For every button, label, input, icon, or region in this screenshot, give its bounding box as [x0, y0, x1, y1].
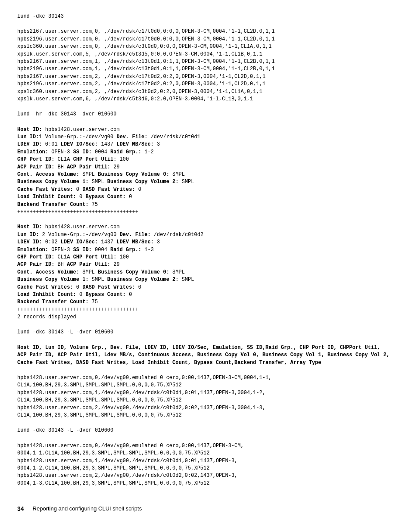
- load-inhibit-val-1: 0: [76, 194, 86, 200]
- chp-line-1: CHP Port ID: CL1A CHP Port Util: 100: [17, 156, 394, 163]
- biz-copy-line-2: Business Copy Volume 1: SMPL Business Co…: [17, 276, 394, 283]
- section-header-bold: Host ID, Lun ID, Volume Grp., Dev. File,…: [17, 344, 394, 367]
- cont-access-label-1: Cont. Access Volume:: [17, 171, 79, 177]
- ldev-id-label-1: LDEV ID:: [17, 141, 42, 147]
- biz-copy-line-1: Business Copy Volume 1: SMPL Business Co…: [17, 178, 394, 186]
- host-id-line-1: Host ID: hpbs1428.user.server.com: [17, 126, 394, 134]
- ldev-mb-val-2: 3: [154, 239, 160, 245]
- ldev-mb-val-1: 3: [154, 141, 160, 147]
- bypass-label-1: Bypass Count:: [85, 194, 126, 200]
- acp-util-val-1: 29: [110, 164, 120, 170]
- acp-line-2: ACP Pair ID: BH ACP Pair Util: 29: [17, 261, 394, 268]
- section-cmd4: lund -dkc 30143 -L -dver 010600: [17, 427, 394, 434]
- header-bold-text: Host ID, Lun ID, Volume Grp., Dev. File,…: [17, 345, 380, 351]
- ss-id-val-2: 0004: [92, 247, 110, 253]
- section-cmd3: lund -dkc 30143 -L -dver 010600: [17, 329, 394, 336]
- lun-id-line-2: Lun ID: 2 Volume-Grp.:-/dev/vg00 Dev. Fi…: [17, 231, 394, 239]
- footer-description: Reporting and configuring CLUI shell scr…: [33, 505, 142, 513]
- header-bold-text-3: Cache Fast Writes, DASD Fast Writes, Loa…: [17, 360, 321, 366]
- cont-access-val-2: SMPL: [79, 269, 98, 275]
- biz-copy-1-label-1: Business Copy Volume 1:: [17, 179, 89, 185]
- bypass-label-2: Bypass Count:: [85, 292, 126, 298]
- ss-id-val-1: 0004: [92, 149, 110, 155]
- dev-file-val-1: /dev/rdsk/c0t0d1: [147, 134, 200, 140]
- ldev-io-val-2: 1437: [98, 239, 116, 245]
- biz-copy-1-label-2: Business Copy Volume 1:: [17, 277, 89, 283]
- cont-access-line-1: Cont. Access Volume: SMPL Business Copy …: [17, 171, 394, 178]
- dev-file-val-2: /dev/rdsk/c0t0d2: [151, 232, 203, 238]
- cont-access-line-2: Cont. Access Volume: SMPL Business Copy …: [17, 269, 394, 276]
- acp-util-val-2: 29: [110, 261, 120, 268]
- cache-fast-line-2: Cache Fast Writes: 0 DASD Fast Writes: 0: [17, 284, 394, 291]
- ldev-io-label-2: LDEV IO/Sec:: [61, 239, 98, 245]
- chp-port-label-1: CHP Port ID:: [17, 156, 54, 162]
- dev-file-label-2: Dev. File:: [120, 232, 151, 238]
- header-bold-text-2: ACP Pair ID, ACP Pair Util, Ldev MB/s, C…: [17, 352, 389, 358]
- raid-label-1: Raid Grp.:: [110, 149, 141, 155]
- host-block-2: Host ID: hpbs1428.user.server.com Lun ID…: [17, 224, 394, 321]
- biz-copy-0-val-1: SMPL: [169, 171, 185, 177]
- section-output4: hpbs1428.user.server.com,0,/dev/vg00,emu…: [17, 442, 394, 487]
- load-inhibit-label-1: Load Inhibit Count:: [17, 194, 76, 200]
- chp-util-label-1: CHP Port Util:: [73, 156, 117, 162]
- acp-pair-val-1: BH: [54, 164, 67, 170]
- chp-util-label-2: CHP Port Util:: [73, 254, 117, 260]
- bypass-val-2: 0: [126, 292, 132, 298]
- emul-label-1: Emulation:: [17, 149, 48, 155]
- ldev-io-val-1: 1437: [98, 141, 116, 147]
- cache-fast-val-1: 0: [73, 187, 83, 193]
- section-cmd1: lund -dkc 30143: [17, 13, 394, 20]
- section-output3: hpbs1428.user.server.com,0,/dev/vg00,emu…: [17, 374, 394, 419]
- acp-pair-val-2: BH: [54, 261, 67, 268]
- section-output1: hpbs2167.user.server.com,0, ,/dev/rdsk/c…: [17, 28, 394, 103]
- cmd2-line: lund -hr -dkc 30143 -dver 010600: [17, 111, 394, 118]
- load-inhibit-line-1: Load Inhibit Count: 0 Bypass Count: 0: [17, 193, 394, 201]
- host-id-val-1: hpbs1428.user.server.com: [42, 127, 120, 133]
- ss-id-label-2: SS ID:: [73, 247, 92, 253]
- chp-port-val-1: CL1A: [54, 156, 73, 162]
- biz-copy-0-val-2: SMPL: [169, 269, 185, 275]
- ldev-id-line-2: LDEV ID: 0:02 LDEV IO/Sec: 1437 LDEV MB/…: [17, 239, 394, 246]
- emul-label-2: Emulation:: [17, 247, 48, 253]
- chp-port-label-2: CHP Port ID:: [17, 254, 54, 260]
- ldev-mb-label-1: LDEV MB/Sec:: [116, 141, 153, 147]
- biz-copy-2-label-1: Business Copy Volume 2:: [107, 179, 179, 185]
- dasd-fast-label-2: DASD Fast Writes:: [82, 284, 135, 290]
- backend-val-2: 75: [89, 299, 98, 305]
- emul-val-2: OPEN-3: [48, 247, 73, 253]
- host-id-val-2: hpbs1428.user.server.com: [42, 224, 120, 230]
- chp-util-val-1: 100: [116, 156, 129, 162]
- acp-pair-label-2: ACP Pair ID:: [17, 261, 54, 268]
- acp-util-label-2: ACP Pair Util:: [67, 261, 110, 268]
- dasd-fast-val-2: 0: [135, 284, 141, 290]
- lun-id-line-1: Lun ID:1 Volume-Grp.:-/dev/vg00 Dev. Fil…: [17, 134, 394, 141]
- dev-file-label-1: Dev. File:: [116, 134, 147, 140]
- biz-copy-2-val-1: SMPL: [179, 179, 194, 185]
- lun-id-val-1: 1 Volume-Grp.:-/dev/vg00: [39, 134, 116, 140]
- lun-id-label-1: Lun ID:: [17, 134, 39, 140]
- cache-fast-val-2: 0: [73, 284, 83, 290]
- ldev-id-line-1: LDEV ID: 0:01 LDEV IO/Sec: 1437 LDEV MB/…: [17, 141, 394, 148]
- biz-copy-1-val-1: SMPL: [89, 179, 107, 185]
- lun-id-label-2: Lun ID:: [17, 232, 39, 238]
- raid-val-1: 1-2: [141, 149, 154, 155]
- emul-val-1: OPEN-3: [48, 149, 73, 155]
- load-inhibit-label-2: Load Inhibit Count:: [17, 292, 76, 298]
- host-id-label-1: Host ID:: [17, 127, 42, 133]
- cont-access-label-2: Cont. Access Volume:: [17, 269, 79, 275]
- bypass-val-1: 0: [126, 194, 132, 200]
- host-id-line-2: Host ID: hpbs1428.user.server.com: [17, 224, 394, 231]
- ldev-id-val-2: 0:02: [42, 239, 61, 245]
- load-inhibit-line-2: Load Inhibit Count: 0 Bypass Count: 0: [17, 291, 394, 299]
- section-cmd2: lund -hr -dkc 30143 -dver 010600: [17, 111, 394, 118]
- raid-val-2: 1-3: [141, 247, 154, 253]
- backend-line-2: Backend Transfer Count: 75: [17, 299, 394, 306]
- separator-1: +++++++++++++++++++++++++++++++++++++++: [17, 208, 394, 216]
- chp-port-val-2: CL1A: [54, 254, 73, 260]
- cmd4-line: lund -dkc 30143 -L -dver 010600: [17, 427, 394, 434]
- ldev-id-val-1: 0:01: [42, 141, 61, 147]
- backend-line-1: Backend Transfer Count: 75: [17, 201, 394, 208]
- footer-page-number: 34: [17, 504, 24, 513]
- page-footer: 34 Reporting and configuring CLUI shell …: [17, 504, 394, 513]
- raid-label-2: Raid Grp.:: [110, 247, 141, 253]
